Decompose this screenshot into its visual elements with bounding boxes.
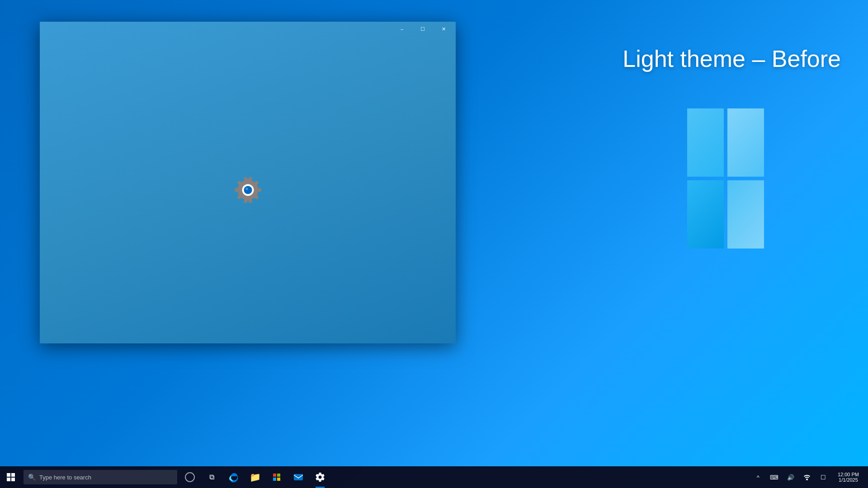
title-bar: – ☐ ✕ (40, 22, 456, 36)
taskbar-app-settings[interactable] (309, 466, 331, 488)
tray-volume-icon[interactable]: 🔊 (783, 466, 798, 488)
folder-icon: 📁 (250, 472, 261, 483)
cortana-icon (185, 472, 195, 482)
start-button[interactable] (0, 466, 22, 488)
svg-rect-5 (273, 478, 276, 481)
edge-icon (228, 472, 239, 483)
taskbar-app-taskview[interactable]: ⧉ (201, 466, 222, 488)
settings-window: – ☐ ✕ (40, 22, 456, 343)
svg-point-2 (245, 188, 248, 190)
win-logo-pane-br (727, 180, 764, 249)
minimize-button[interactable]: – (392, 22, 412, 36)
svg-rect-6 (277, 478, 280, 481)
taskbar-app-office[interactable] (266, 466, 288, 488)
taskbar-app-edge[interactable] (222, 466, 244, 488)
mail-icon (293, 472, 304, 483)
start-icon (7, 473, 15, 481)
search-icon: 🔍 (28, 474, 36, 481)
tray-network-icon[interactable] (800, 466, 814, 488)
system-clock[interactable]: 12:00 PM 1/1/2025 (832, 466, 864, 488)
svg-rect-7 (294, 474, 303, 480)
svg-point-8 (806, 479, 808, 480)
settings-gear-icon (233, 175, 263, 205)
taskbar-apps: ⧉ 📁 (179, 466, 751, 488)
taskbar-app-explorer[interactable]: 📁 (244, 466, 266, 488)
taskbar-app-mail[interactable] (288, 466, 309, 488)
svg-rect-3 (273, 474, 276, 477)
close-button[interactable]: ✕ (433, 22, 454, 36)
tray-keyboard-icon[interactable]: ⌨ (767, 466, 782, 488)
clock-time: 12:00 PM (838, 472, 859, 477)
clock-date: 1/1/2025 (839, 477, 858, 483)
svg-rect-4 (277, 474, 280, 477)
search-bar[interactable]: 🔍 Type here to search (24, 470, 177, 484)
win-logo-pane-tl (687, 108, 724, 177)
window-content (40, 36, 456, 343)
maximize-button[interactable]: ☐ (412, 22, 433, 36)
system-tray: ^ ⌨ 🔊 ☐ 12:00 PM 1/1/2025 (751, 466, 868, 488)
annotation-text: Light theme – Before (623, 45, 841, 72)
tray-chevron-button[interactable]: ^ (751, 466, 765, 488)
taskview-icon: ⧉ (209, 473, 214, 481)
taskbar: 🔍 Type here to search ⧉ 📁 (0, 466, 868, 488)
windows-logo (687, 108, 778, 258)
win-logo-pane-bl (687, 180, 724, 249)
tray-action-center[interactable]: ☐ (816, 466, 830, 488)
search-placeholder-text: Type here to search (39, 474, 91, 481)
office-icon (271, 472, 282, 483)
taskbar-app-cortana[interactable] (179, 466, 201, 488)
desktop: Light theme – Before – ☐ ✕ (0, 0, 868, 488)
win-logo-pane-tr (727, 108, 764, 177)
settings-taskbar-icon (315, 472, 326, 483)
svg-point-1 (244, 186, 252, 194)
